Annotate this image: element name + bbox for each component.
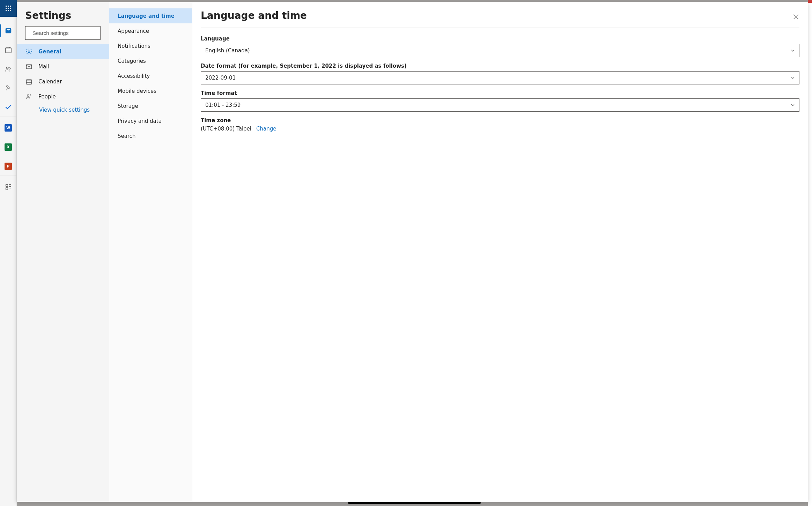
svg-rect-17 xyxy=(6,187,8,189)
svg-point-14 xyxy=(9,68,10,69)
dateformat-value: 2022-09-01 xyxy=(205,75,236,81)
subcategory-categories[interactable]: Categories xyxy=(109,53,192,68)
svg-point-28 xyxy=(30,95,31,96)
svg-rect-1 xyxy=(8,6,9,7)
app-launcher-button[interactable] xyxy=(0,0,17,17)
category-mail[interactable]: Mail xyxy=(17,59,109,74)
svg-rect-0 xyxy=(6,6,7,7)
calendar-icon xyxy=(5,46,12,54)
files-icon xyxy=(5,84,12,92)
settings-title: Settings xyxy=(17,2,109,26)
excel-icon: X xyxy=(5,143,12,151)
timezone-change-link[interactable]: Change xyxy=(256,126,276,132)
people-icon xyxy=(25,93,32,100)
svg-rect-5 xyxy=(10,8,11,9)
settings-search-input[interactable] xyxy=(32,30,99,36)
svg-rect-22 xyxy=(27,80,32,84)
todo-icon xyxy=(5,103,12,111)
category-label: Mail xyxy=(38,64,49,70)
close-button[interactable] xyxy=(790,11,802,22)
category-label: General xyxy=(38,49,61,55)
background-peek xyxy=(808,0,812,506)
category-label: People xyxy=(38,94,56,100)
subcategory-language-and-time[interactable]: Language and time xyxy=(109,8,192,23)
svg-point-20 xyxy=(28,51,30,52)
rail-item-calendar[interactable] xyxy=(0,40,17,59)
close-icon xyxy=(793,14,799,20)
home-indicator xyxy=(348,502,481,504)
app-rail: W X P xyxy=(0,0,17,506)
calendar-grid-icon xyxy=(25,78,32,85)
svg-rect-15 xyxy=(6,184,8,186)
timeformat-value: 01:01 - 23:59 xyxy=(205,102,241,108)
category-people[interactable]: People xyxy=(17,89,109,104)
dateformat-label: Date format (for example, September 1, 2… xyxy=(201,63,799,69)
settings-content: Language and time Language English (Cana… xyxy=(192,2,808,502)
mail-icon xyxy=(5,27,12,35)
view-quick-settings-link[interactable]: View quick settings xyxy=(17,104,109,113)
language-select[interactable]: English (Canada) xyxy=(201,44,799,57)
svg-rect-16 xyxy=(9,184,11,186)
language-label: Language xyxy=(201,36,799,42)
chevron-down-icon xyxy=(791,76,795,80)
subcategory-accessibility[interactable]: Accessibility xyxy=(109,68,192,83)
dateformat-select[interactable]: 2022-09-01 xyxy=(201,71,799,84)
settings-subcategory-list: Language and time Appearance Notificatio… xyxy=(109,2,192,502)
subcategory-mobile-devices[interactable]: Mobile devices xyxy=(109,83,192,98)
rail-item-word[interactable]: W xyxy=(0,118,17,137)
subcategory-search[interactable]: Search xyxy=(109,128,192,143)
timeformat-label: Time format xyxy=(201,90,799,96)
chevron-down-icon xyxy=(791,103,795,107)
apps-icon xyxy=(5,184,12,191)
page-title: Language and time xyxy=(201,10,799,28)
category-general[interactable]: General xyxy=(17,44,109,59)
rail-item-excel[interactable]: X xyxy=(0,137,17,157)
rail-item-powerpoint[interactable]: P xyxy=(0,157,17,176)
chevron-down-icon xyxy=(791,49,795,53)
svg-rect-7 xyxy=(8,10,9,11)
svg-rect-2 xyxy=(10,6,11,7)
word-icon: W xyxy=(5,124,12,132)
subcategory-appearance[interactable]: Appearance xyxy=(109,23,192,38)
timezone-row: (UTC+08:00) Taipei Change xyxy=(201,126,799,132)
rail-item-mail[interactable] xyxy=(0,21,17,40)
timezone-value: (UTC+08:00) Taipei xyxy=(201,126,251,132)
svg-point-13 xyxy=(6,67,8,69)
subcategory-storage[interactable]: Storage xyxy=(109,98,192,113)
settings-search[interactable] xyxy=(25,26,101,40)
powerpoint-icon: P xyxy=(5,163,12,170)
settings-sidebar: Settings General Mail Calendar People xyxy=(17,2,109,502)
subcategory-privacy-and-data[interactable]: Privacy and data xyxy=(109,113,192,128)
rail-item-todo[interactable] xyxy=(0,98,17,117)
svg-point-27 xyxy=(27,95,29,96)
rail-item-apps[interactable] xyxy=(0,177,17,196)
people-icon xyxy=(5,65,12,73)
svg-rect-3 xyxy=(6,8,7,9)
rail-item-people[interactable] xyxy=(0,59,17,79)
waffle-icon xyxy=(6,6,11,11)
svg-rect-6 xyxy=(6,10,7,11)
settings-panel: Settings General Mail Calendar People xyxy=(17,2,808,502)
timeformat-select[interactable]: 01:01 - 23:59 xyxy=(201,98,799,112)
subcategory-notifications[interactable]: Notifications xyxy=(109,38,192,53)
svg-rect-9 xyxy=(5,47,11,53)
svg-rect-21 xyxy=(27,65,32,69)
rail-item-files[interactable] xyxy=(0,79,17,98)
svg-rect-4 xyxy=(8,8,9,9)
settings-category-list: General Mail Calendar People xyxy=(17,44,109,104)
mail-icon xyxy=(25,63,32,70)
svg-rect-8 xyxy=(10,10,11,11)
category-label: Calendar xyxy=(38,79,62,85)
category-calendar[interactable]: Calendar xyxy=(17,74,109,89)
language-value: English (Canada) xyxy=(205,47,250,54)
gear-icon xyxy=(25,48,32,55)
background-peek-accent xyxy=(808,0,812,3)
timezone-label: Time zone xyxy=(201,117,799,124)
